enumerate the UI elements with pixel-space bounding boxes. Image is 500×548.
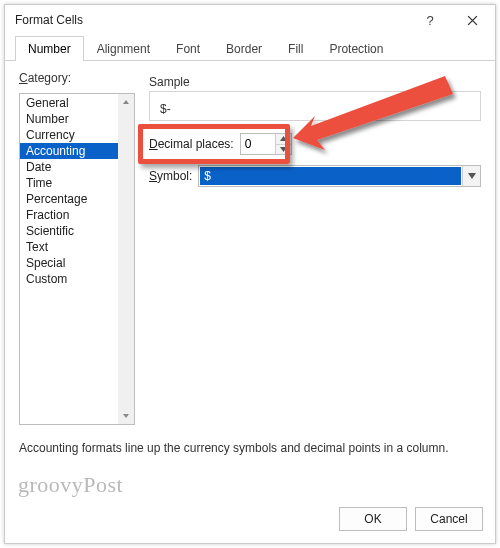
- sample-value: $-: [160, 102, 171, 116]
- scroll-down-button[interactable]: [118, 408, 134, 424]
- tab-protection[interactable]: Protection: [316, 36, 396, 61]
- category-item-accounting[interactable]: Accounting: [20, 143, 118, 159]
- sample-label: Sample: [149, 75, 481, 89]
- category-item-date[interactable]: Date: [20, 159, 118, 175]
- decimal-increment-button[interactable]: [276, 134, 291, 144]
- category-item-fraction[interactable]: Fraction: [20, 207, 118, 223]
- category-item-time[interactable]: Time: [20, 175, 118, 191]
- category-item-custom[interactable]: Custom: [20, 271, 118, 287]
- decimal-places-row: Decimal places:: [149, 133, 481, 155]
- titlebar: Format Cells ?: [5, 5, 495, 35]
- category-item-text[interactable]: Text: [20, 239, 118, 255]
- scroll-up-button[interactable]: [118, 94, 134, 110]
- category-list: General Number Currency Accounting Date …: [20, 94, 118, 424]
- sample-box: $-: [149, 91, 481, 121]
- tab-bar: Number Alignment Font Border Fill Protec…: [5, 35, 495, 61]
- chevron-down-icon: [122, 412, 130, 420]
- chevron-down-icon: [280, 147, 287, 152]
- decimal-places-input[interactable]: [241, 134, 275, 154]
- category-description: Accounting formats line up the currency …: [19, 441, 481, 455]
- tab-alignment[interactable]: Alignment: [84, 36, 163, 61]
- category-item-percentage[interactable]: Percentage: [20, 191, 118, 207]
- tab-number[interactable]: Number: [15, 36, 84, 61]
- options-panel: Sample $- Decimal places: Symbol: $: [149, 75, 481, 187]
- tab-border[interactable]: Border: [213, 36, 275, 61]
- symbol-dropdown[interactable]: $: [198, 165, 481, 187]
- dialog-buttons: OK Cancel: [5, 499, 495, 543]
- chevron-up-icon: [280, 136, 287, 141]
- symbol-dropdown-arrow[interactable]: [462, 166, 480, 186]
- symbol-value: $: [200, 167, 461, 185]
- decimal-places-spinner[interactable]: [240, 133, 292, 155]
- ok-button[interactable]: OK: [339, 507, 407, 531]
- decimal-decrement-button[interactable]: [276, 144, 291, 155]
- format-cells-dialog: Format Cells ? Number Alignment Font Bor…: [4, 4, 496, 544]
- tab-font[interactable]: Font: [163, 36, 213, 61]
- category-item-special[interactable]: Special: [20, 255, 118, 271]
- dialog-title: Format Cells: [15, 13, 409, 27]
- category-item-general[interactable]: General: [20, 95, 118, 111]
- symbol-row: Symbol: $: [149, 165, 481, 187]
- category-listbox[interactable]: General Number Currency Accounting Date …: [19, 93, 135, 425]
- symbol-label: Symbol:: [149, 169, 192, 183]
- category-item-scientific[interactable]: Scientific: [20, 223, 118, 239]
- help-button[interactable]: ?: [409, 6, 451, 34]
- category-item-currency[interactable]: Currency: [20, 127, 118, 143]
- decimal-places-label: Decimal places:: [149, 137, 234, 151]
- scroll-track[interactable]: [118, 110, 134, 408]
- close-icon: [467, 15, 478, 26]
- category-item-number[interactable]: Number: [20, 111, 118, 127]
- chevron-down-icon: [468, 173, 476, 179]
- category-scrollbar[interactable]: [118, 94, 134, 424]
- cancel-button[interactable]: Cancel: [415, 507, 483, 531]
- tab-content: Category: General Number Currency Accoun…: [5, 61, 495, 499]
- close-button[interactable]: [451, 6, 493, 34]
- chevron-up-icon: [122, 98, 130, 106]
- tab-fill[interactable]: Fill: [275, 36, 316, 61]
